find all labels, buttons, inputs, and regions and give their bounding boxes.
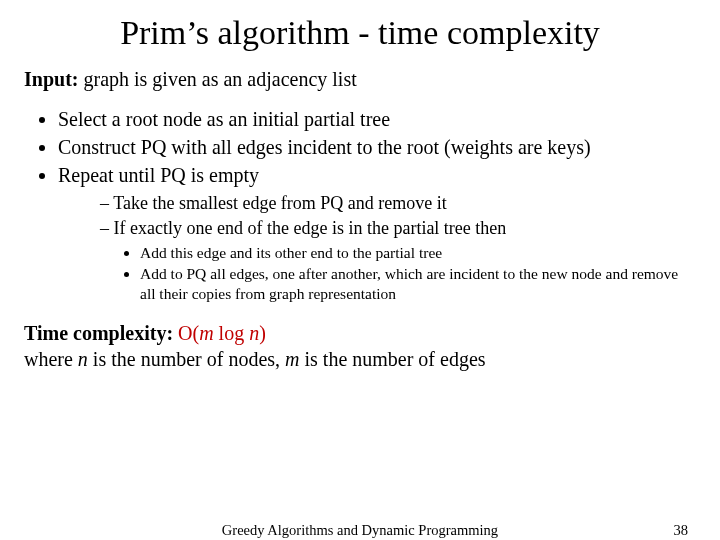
input-line: Input: graph is given as an adjacency li… <box>24 66 696 92</box>
n-var: n <box>78 348 88 370</box>
complexity-line: Time complexity: O(m log n) <box>24 320 696 346</box>
list-item: Select a root node as an initial partial… <box>58 106 696 132</box>
list-item: Add this edge and its other end to the p… <box>140 243 696 263</box>
page-number: 38 <box>674 522 689 539</box>
list-item: If exactly one end of the edge is in the… <box>100 217 696 304</box>
o-open: O( <box>178 322 199 344</box>
list-item: Take the smallest edge from PQ and remov… <box>100 192 696 215</box>
m-var: m <box>199 322 218 344</box>
complexity-where: where n is the number of nodes, m is the… <box>24 346 696 372</box>
list-item-text: If exactly one end of the edge is in the… <box>114 218 507 238</box>
list-item: Repeat until PQ is empty Take the smalle… <box>58 162 696 304</box>
log-text: log <box>219 322 250 344</box>
complexity-label: Time complexity: <box>24 322 178 344</box>
where-text: is the number of nodes, <box>88 348 285 370</box>
input-text: graph is given as an adjacency list <box>78 68 356 90</box>
slide-body: Input: graph is given as an adjacency li… <box>24 66 696 372</box>
slide-title: Prim’s algorithm - time complexity <box>24 14 696 52</box>
inner-list: Add this edge and its other end to the p… <box>100 243 696 304</box>
steps-list: Select a root node as an initial partial… <box>24 106 696 304</box>
complexity-value: O(m log n) <box>178 322 266 344</box>
where-text: is the number of edges <box>305 348 486 370</box>
where-text: where <box>24 348 78 370</box>
complexity-block: Time complexity: O(m log n) where n is t… <box>24 320 696 372</box>
list-item-text: Repeat until PQ is empty <box>58 164 259 186</box>
list-item: Add to PQ all edges, one after another, … <box>140 264 696 304</box>
input-label: Input: <box>24 68 78 90</box>
list-item: Construct PQ with all edges incident to … <box>58 134 696 160</box>
footer-text: Greedy Algorithms and Dynamic Programmin… <box>0 522 720 539</box>
o-close: ) <box>259 322 266 344</box>
n-var: n <box>249 322 259 344</box>
m-var: m <box>285 348 304 370</box>
loop-list: Take the smallest edge from PQ and remov… <box>58 192 696 304</box>
